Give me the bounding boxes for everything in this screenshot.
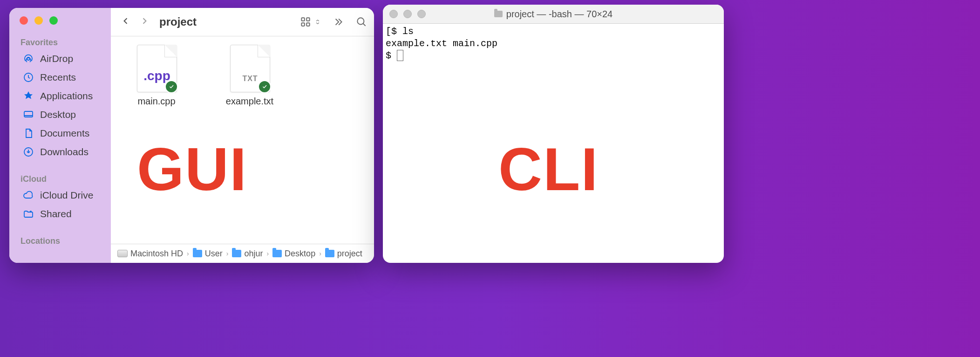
view-options-button[interactable] (299, 16, 321, 28)
sidebar-item-desktop[interactable]: Desktop (12, 105, 108, 124)
terminal-line: $ (386, 50, 397, 61)
terminal-header: project — -bash — 70×24 (383, 5, 724, 24)
chevron-right-icon: › (265, 250, 270, 257)
doc-icon (22, 127, 34, 139)
sidebar-section-icloud: iCloud (9, 161, 111, 186)
sidebar-item-label: Applications (40, 90, 93, 102)
terminal-body[interactable]: [$ ls example.txt main.cpp $ (383, 24, 724, 263)
finder-window: Favorites AirDrop Recents Applications D… (9, 8, 374, 263)
svg-rect-2 (24, 111, 33, 117)
close-button[interactable] (20, 16, 28, 25)
chevron-right-icon: › (225, 250, 230, 257)
cpp-file-icon: .cpp (137, 45, 176, 91)
sidebar-item-applications[interactable]: Applications (12, 87, 108, 105)
crumb-label: Macintosh HD (130, 249, 183, 259)
fullscreen-button[interactable] (49, 16, 58, 25)
finder-sidebar: Favorites AirDrop Recents Applications D… (9, 8, 111, 263)
sidebar-item-label: Documents (40, 128, 89, 139)
search-button[interactable] (355, 16, 368, 28)
svg-point-4 (30, 211, 32, 213)
finder-title: project (159, 15, 197, 28)
path-bar: Macintosh HD › User › ohjur › Desktop › … (111, 244, 374, 263)
folder-icon (325, 250, 334, 257)
synced-badge-icon (165, 80, 178, 93)
txt-file-icon: TXT (230, 45, 269, 91)
terminal-line: example.txt main.cpp (386, 38, 497, 49)
folder-icon (494, 11, 503, 17)
finder-traffic-lights (9, 16, 111, 25)
file-grid: .cpp main.cpp TXT example.txt (122, 45, 363, 107)
crumb-label: project (337, 249, 362, 259)
sidebar-item-recents[interactable]: Recents (12, 68, 108, 87)
svg-rect-7 (301, 23, 305, 26)
sidebar-section-favorites: Favorites (9, 25, 111, 49)
sidebar-section-locations: Locations (9, 223, 111, 248)
sidebar-item-label: AirDrop (40, 53, 73, 64)
finder-main: project .cpp (111, 8, 374, 263)
file-ext-label: .cpp (143, 69, 170, 83)
desktop-icon (22, 109, 34, 121)
sidebar-item-label: Recents (40, 72, 76, 83)
hdd-icon (117, 250, 128, 257)
back-button[interactable] (121, 16, 130, 28)
download-icon (22, 146, 34, 158)
chevron-right-icon: › (186, 250, 190, 257)
sidebar-item-icloud-drive[interactable]: iCloud Drive (12, 186, 108, 205)
crumb-label: User (205, 249, 223, 259)
svg-rect-8 (306, 23, 310, 26)
airdrop-icon (22, 53, 34, 65)
finder-toolbar: project (111, 8, 374, 36)
sidebar-item-documents[interactable]: Documents (12, 124, 108, 143)
folder-icon (272, 250, 282, 257)
file-label: example.txt (226, 96, 273, 107)
path-crumb[interactable]: project (325, 249, 362, 259)
sidebar-item-label: Downloads (40, 146, 88, 158)
folder-icon (193, 250, 202, 257)
svg-point-9 (357, 18, 364, 24)
svg-rect-5 (301, 18, 305, 21)
path-crumb[interactable]: User (193, 249, 223, 259)
folder-icon (232, 250, 241, 257)
clock-icon (22, 71, 34, 83)
sidebar-item-label: Desktop (40, 109, 76, 120)
finder-content[interactable]: .cpp main.cpp TXT example.txt (111, 36, 374, 244)
nav-arrows (121, 16, 149, 28)
terminal-window: project — -bash — 70×24 [$ ls example.tx… (383, 5, 724, 263)
cloud-icon (22, 189, 34, 201)
file-ext-label: TXT (242, 75, 258, 83)
synced-badge-icon (258, 80, 271, 93)
minimize-button[interactable] (34, 16, 43, 25)
forward-button[interactable] (140, 16, 149, 28)
terminal-title: project — -bash — 70×24 (383, 9, 724, 20)
file-item-example-txt[interactable]: TXT example.txt (222, 45, 278, 107)
toolbar-icons (299, 16, 368, 28)
path-crumb[interactable]: Desktop (272, 249, 315, 259)
path-crumb[interactable]: ohjur (232, 249, 263, 259)
terminal-line: [$ ls (386, 26, 414, 37)
path-crumb[interactable]: Macintosh HD (117, 249, 183, 259)
shared-folder-icon (22, 208, 34, 220)
sidebar-item-downloads[interactable]: Downloads (12, 143, 108, 161)
cursor-icon (397, 50, 403, 61)
overflow-button[interactable] (332, 16, 344, 28)
crumb-label: ohjur (244, 249, 263, 259)
apps-icon (22, 90, 34, 102)
sidebar-item-shared[interactable]: Shared (12, 205, 108, 223)
sidebar-item-label: iCloud Drive (40, 190, 93, 201)
sidebar-item-airdrop[interactable]: AirDrop (12, 49, 108, 68)
file-label: main.cpp (137, 96, 175, 107)
sidebar-item-label: Shared (40, 208, 72, 220)
terminal-title-text: project — -bash — 70×24 (506, 9, 612, 20)
svg-rect-6 (306, 18, 310, 21)
chevron-right-icon: › (318, 250, 322, 257)
crumb-label: Desktop (285, 249, 315, 259)
file-item-main-cpp[interactable]: .cpp main.cpp (129, 45, 184, 107)
